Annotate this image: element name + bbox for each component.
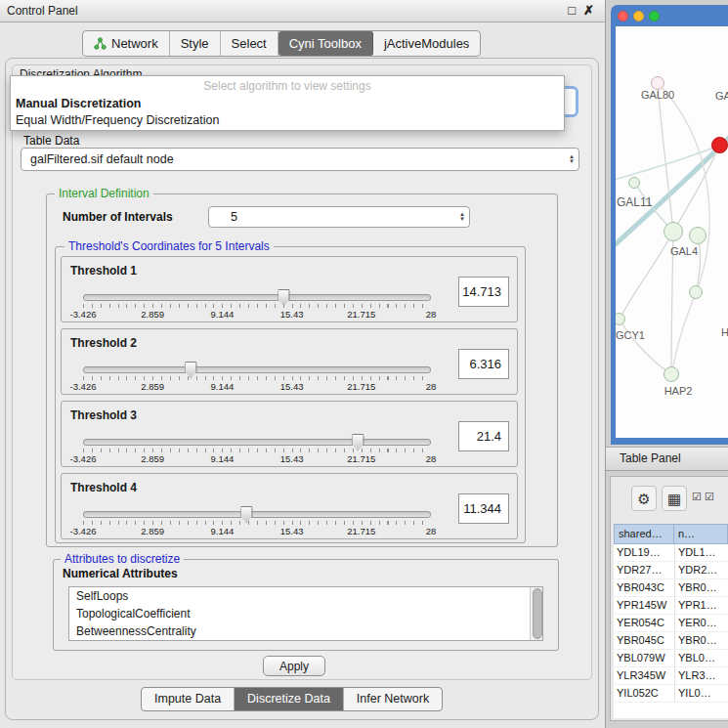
- slider-track[interactable]: [83, 294, 431, 301]
- table-row[interactable]: YBR043C YBR0…: [614, 579, 728, 597]
- threshold-label: Threshold 2: [70, 336, 137, 350]
- network-node[interactable]: [689, 227, 707, 244]
- tab-jactivemodules[interactable]: jActiveModules: [373, 31, 480, 56]
- tab-style[interactable]: Style: [170, 31, 221, 56]
- popup-item-manual-discretization[interactable]: Manual Discretization: [16, 97, 142, 110]
- cell-name: YPR1…: [674, 597, 728, 614]
- network-node[interactable]: [651, 76, 664, 90]
- slider-ticks: [83, 521, 431, 525]
- zoom-traffic-light[interactable]: [649, 11, 660, 21]
- threshold-value-field[interactable]: 21.4: [458, 421, 509, 451]
- list-scrollbar[interactable]: [530, 587, 542, 640]
- network-node[interactable]: [664, 222, 683, 241]
- tab-label: Network: [111, 36, 158, 51]
- threshold-4-slider[interactable]: -3.426 2.859 9.144 15.43 21.715 28: [83, 511, 431, 536]
- node-label: GA: [715, 90, 728, 102]
- column-header-shared-name[interactable]: shared…: [614, 524, 674, 544]
- cell-shared-name: YPR145W: [614, 597, 674, 614]
- list-item[interactable]: BetweennessCentrality: [69, 622, 542, 640]
- threshold-1-slider[interactable]: -3.426 2.859 9.144 15.43 21.715 28: [83, 294, 431, 320]
- tab-label: Cyni Toolbox: [289, 36, 362, 51]
- scale-label: 9.144: [211, 453, 235, 464]
- cell-name: YBL0…: [674, 650, 728, 666]
- combobox-stepper-icon: ▲▼: [459, 212, 465, 222]
- threshold-3-panel: Threshold 3 -3.426 2.859 9.144 15.43 21.…: [61, 401, 518, 467]
- threshold-label: Threshold 1: [70, 264, 137, 278]
- threshold-3-slider[interactable]: -3.426 2.859 9.144 15.43 21.715 28: [83, 439, 431, 464]
- cell-shared-name: YER054C: [614, 615, 674, 631]
- table-row[interactable]: YPR145W YPR1…: [614, 597, 728, 615]
- column-header-name[interactable]: n…: [673, 524, 728, 544]
- tab-infer-network[interactable]: Infer Network: [344, 688, 442, 710]
- table-row[interactable]: YDR27… YDR2…: [614, 562, 728, 579]
- scale-label: 15.43: [280, 526, 304, 536]
- slider-track[interactable]: [83, 366, 431, 373]
- threshold-2-slider[interactable]: -3.426 2.859 9.144 15.43 21.715 28: [83, 366, 431, 392]
- select-none-checkbox-icon[interactable]: ☑: [705, 491, 714, 503]
- threshold-4-panel: Threshold 4 -3.426 2.859 9.144 15.43 21.…: [61, 473, 518, 539]
- column-settings-button[interactable]: ▦: [662, 486, 687, 511]
- combobox-stepper-icon: ▲▼: [569, 154, 575, 164]
- tab-select[interactable]: Select: [221, 31, 278, 56]
- slider-ticks: [83, 376, 431, 380]
- tab-network[interactable]: Network: [83, 31, 170, 56]
- network-node[interactable]: [689, 285, 703, 299]
- threshold-value-field[interactable]: 11.344: [458, 493, 509, 524]
- table-data-combobox[interactable]: galFiltered.sif default node ▲▼: [21, 148, 579, 171]
- scale-label: 28: [426, 453, 437, 464]
- gear-button[interactable]: ⚙: [631, 486, 657, 511]
- table-row[interactable]: YER054C YER0…: [614, 615, 728, 632]
- threshold-label: Threshold 3: [70, 408, 137, 422]
- table-row[interactable]: YLR345W YLR3…: [614, 667, 728, 685]
- slider-track[interactable]: [83, 439, 431, 446]
- tab-label: Select: [232, 36, 267, 51]
- scale-label: 2.859: [141, 453, 164, 464]
- cell-shared-name: YLR345W: [614, 667, 674, 684]
- scale-label: 21.715: [347, 309, 375, 320]
- close-traffic-light[interactable]: [618, 11, 628, 21]
- node-label: GCY1: [616, 329, 645, 341]
- slider-track[interactable]: [83, 511, 431, 518]
- threshold-1-panel: Threshold 1 -3.426 2.859 9.144 15.43 21.…: [61, 256, 518, 322]
- table-panel-title: Table Panel: [620, 451, 681, 465]
- threshold-value-field[interactable]: 14.713: [458, 277, 509, 307]
- scale-label: 28: [426, 381, 437, 392]
- network-node[interactable]: [664, 366, 679, 382]
- threshold-2-panel: Threshold 2 -3.426 2.859 9.144 15.43 21.…: [61, 328, 518, 395]
- minimize-traffic-light[interactable]: [633, 11, 644, 21]
- network-node[interactable]: [628, 177, 640, 189]
- cell-name: YDR2…: [674, 562, 728, 578]
- table-row[interactable]: YIL052C YIL0…: [614, 685, 728, 703]
- scale-label: 2.859: [141, 309, 164, 320]
- number-of-intervals-combobox[interactable]: 5 ▲▼: [208, 206, 470, 228]
- apply-button[interactable]: Apply: [263, 656, 325, 676]
- list-item[interactable]: SelfLoops: [69, 587, 542, 605]
- close-icon[interactable]: ✗: [583, 3, 594, 18]
- popup-item-equal-width-frequency[interactable]: Equal Width/Frequency Discretization: [16, 113, 219, 127]
- select-all-checkbox-icon[interactable]: ☑: [692, 491, 702, 503]
- tab-cyni-toolbox[interactable]: Cyni Toolbox: [278, 31, 373, 56]
- table-row[interactable]: YBL079W YBL0…: [614, 650, 728, 667]
- scale-label: 15.43: [280, 453, 304, 464]
- cell-shared-name: YDL19…: [614, 544, 674, 561]
- cell-shared-name: YIL052C: [614, 685, 674, 702]
- scale-label: 9.144: [211, 381, 235, 392]
- network-node-selected[interactable]: [711, 137, 728, 153]
- algorithm-dropdown-popup: Select algorithm to view settings Manual…: [10, 75, 565, 131]
- tab-discretize-data[interactable]: Discretize Data: [235, 688, 344, 710]
- cell-shared-name: YBL079W: [614, 650, 674, 666]
- table-row[interactable]: YBR045C YBR0…: [614, 632, 728, 650]
- table-data-label: Table Data: [23, 134, 79, 148]
- network-canvas[interactable]: GAL80 GA GAL11 GAL4 GCY1 HAP2 H: [616, 26, 728, 438]
- threshold-label: Threshold 4: [70, 481, 137, 494]
- scale-label: 2.859: [141, 381, 164, 392]
- list-item[interactable]: TopologicalCoefficient: [69, 605, 542, 622]
- window-title: Control Panel: [7, 4, 78, 18]
- tab-impute-data[interactable]: Impute Data: [142, 688, 235, 710]
- threshold-value-field[interactable]: 6.316: [458, 349, 509, 379]
- scale-label: 28: [426, 526, 437, 536]
- float-window-icon[interactable]: □: [568, 3, 576, 18]
- table-row[interactable]: YDL19… YDL1…: [614, 544, 728, 562]
- slider-ticks: [83, 304, 431, 308]
- scrollbar-thumb[interactable]: [533, 588, 542, 639]
